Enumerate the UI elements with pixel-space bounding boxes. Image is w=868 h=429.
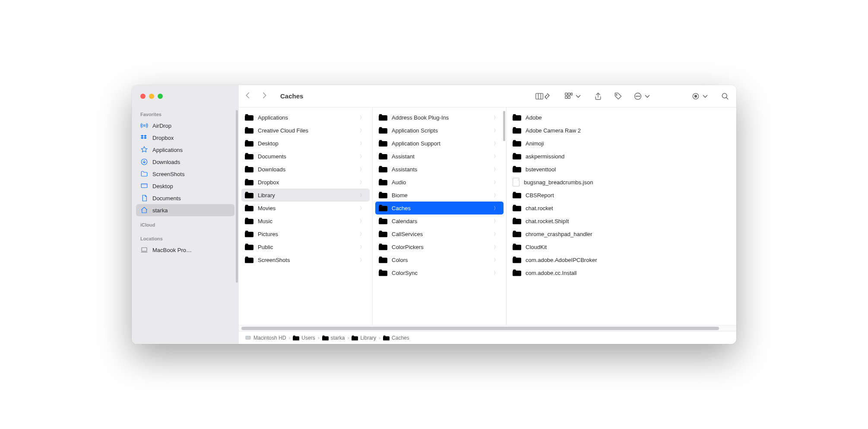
fullscreen-button[interactable] xyxy=(158,94,163,99)
file-row[interactable]: CloudKit xyxy=(509,240,664,253)
svg-point-11 xyxy=(637,96,638,97)
action-button[interactable] xyxy=(634,92,652,101)
file-row[interactable]: Adobe Camera Raw 2 xyxy=(509,124,664,137)
sidebar-item-label: Documents xyxy=(152,195,181,202)
svg-point-17 xyxy=(143,125,145,126)
finder-window: Caches xyxy=(132,85,736,344)
search-button[interactable] xyxy=(721,92,729,101)
chevron-right-icon: 〉 xyxy=(360,153,364,160)
documents-icon xyxy=(140,194,148,202)
file-row[interactable]: chat.rocket xyxy=(509,202,664,214)
file-row[interactable]: Calendars〉 xyxy=(375,214,504,227)
back-button[interactable] xyxy=(244,91,252,101)
applications-icon xyxy=(140,146,148,154)
file-name: Applications xyxy=(258,114,355,121)
path-crumb[interactable]: Users xyxy=(293,335,315,341)
sidebar-item[interactable]: MacBook Pro… xyxy=(136,244,234,256)
folder-icon xyxy=(379,166,387,173)
chevron-right-icon: 〉 xyxy=(360,218,364,224)
minimize-button[interactable] xyxy=(149,94,154,99)
folder-icon xyxy=(245,166,253,173)
file-row[interactable]: Application Support〉 xyxy=(375,137,504,150)
sidebar-item[interactable]: Dropbox xyxy=(136,132,234,144)
file-row[interactable]: Dropbox〉 xyxy=(241,176,370,189)
file-row[interactable]: askpermissiond xyxy=(509,150,664,163)
folder-icon xyxy=(513,243,521,250)
folder-icon xyxy=(379,179,387,186)
path-label: Macintosh HD xyxy=(253,335,286,341)
view-columns-button[interactable] xyxy=(535,92,553,101)
file-row[interactable]: Library〉 xyxy=(241,189,370,202)
file-name: CallServices xyxy=(392,231,489,237)
file-row[interactable]: com.adobe.AdobeIPCBroker xyxy=(509,253,664,266)
file-row[interactable]: Audio〉 xyxy=(375,176,504,189)
file-row[interactable]: Caches〉 xyxy=(375,202,504,214)
file-row[interactable]: Public〉 xyxy=(241,240,370,253)
chevron-right-icon: 〉 xyxy=(494,179,498,186)
file-row[interactable]: Applications〉 xyxy=(241,111,370,124)
scrollbar[interactable] xyxy=(236,110,238,283)
sidebar-item[interactable]: starka xyxy=(136,204,234,216)
svg-point-10 xyxy=(636,96,637,97)
file-row[interactable]: Biome〉 xyxy=(375,189,504,202)
path-crumb[interactable]: Macintosh HD xyxy=(245,334,286,341)
chevron-right-icon: 〉 xyxy=(360,257,364,263)
file-row[interactable]: Adobe xyxy=(509,111,664,124)
file-row[interactable]: Pictures〉 xyxy=(241,227,370,240)
preview-toggle[interactable] xyxy=(691,92,710,101)
chevron-right-icon: 〉 xyxy=(494,140,498,147)
file-row[interactable]: ColorSync〉 xyxy=(375,266,504,279)
file-row[interactable]: Downloads〉 xyxy=(241,163,370,176)
scrollbar[interactable] xyxy=(503,111,505,141)
file-name: Documents xyxy=(258,153,355,160)
file-row[interactable]: chat.rocket.ShipIt xyxy=(509,214,664,227)
path-separator: › xyxy=(288,335,290,341)
file-row[interactable]: CallServices〉 xyxy=(375,227,504,240)
close-button[interactable] xyxy=(140,94,146,99)
share-button[interactable] xyxy=(594,92,602,101)
file-row[interactable]: Address Book Plug-Ins〉 xyxy=(375,111,504,124)
file-name: Downloads xyxy=(258,166,355,173)
chevron-right-icon: 〉 xyxy=(494,270,498,276)
file-row[interactable]: CBSReport xyxy=(509,189,664,202)
file-row[interactable]: ScreenShots〉 xyxy=(241,253,370,266)
sidebar-item[interactable]: AirDrop xyxy=(136,120,234,132)
svg-line-16 xyxy=(726,97,728,99)
file-row[interactable]: Documents〉 xyxy=(241,150,370,163)
file-name: chrome_crashpad_handler xyxy=(526,231,659,237)
toolbar: Caches xyxy=(239,85,736,107)
file-row[interactable]: Assistants〉 xyxy=(375,163,504,176)
file-row[interactable]: bugsnag_breadcrumbs.json xyxy=(509,176,664,189)
path-crumb[interactable]: starka xyxy=(322,335,345,341)
file-row[interactable]: Creative Cloud Files〉 xyxy=(241,124,370,137)
path-separator: › xyxy=(379,335,380,341)
path-crumb[interactable]: Library xyxy=(352,335,376,341)
folder-icon xyxy=(245,127,253,134)
file-row[interactable]: Colors〉 xyxy=(375,253,504,266)
file-row[interactable]: Assistant〉 xyxy=(375,150,504,163)
document-icon xyxy=(513,178,520,186)
file-row[interactable]: Desktop〉 xyxy=(241,137,370,150)
group-by-button[interactable] xyxy=(564,92,583,101)
sidebar-item[interactable]: ScreenShots xyxy=(136,168,234,180)
file-row[interactable]: bsteventtool xyxy=(509,163,664,176)
file-row[interactable]: Movies〉 xyxy=(241,202,370,214)
file-name: Music xyxy=(258,218,355,224)
horizontal-scrollbar[interactable] xyxy=(239,325,736,331)
sidebar-item[interactable]: Documents xyxy=(136,192,234,204)
file-row[interactable]: Animoji xyxy=(509,137,664,150)
file-row[interactable]: Music〉 xyxy=(241,214,370,227)
file-name: Assistant xyxy=(392,153,489,160)
file-row[interactable]: com.adobe.cc.Install xyxy=(509,266,664,279)
file-name: Library xyxy=(258,192,355,199)
folder-icon xyxy=(293,335,299,341)
sidebar-item[interactable]: Downloads xyxy=(136,156,234,168)
file-row[interactable]: ColorPickers〉 xyxy=(375,240,504,253)
file-row[interactable]: Application Scripts〉 xyxy=(375,124,504,137)
file-row[interactable]: chrome_crashpad_handler xyxy=(509,227,664,240)
tags-button[interactable] xyxy=(614,92,622,101)
forward-button[interactable] xyxy=(260,91,268,101)
sidebar-item[interactable]: Desktop xyxy=(136,180,234,192)
sidebar-item[interactable]: Applications xyxy=(136,144,234,156)
path-crumb[interactable]: Caches xyxy=(383,335,409,341)
